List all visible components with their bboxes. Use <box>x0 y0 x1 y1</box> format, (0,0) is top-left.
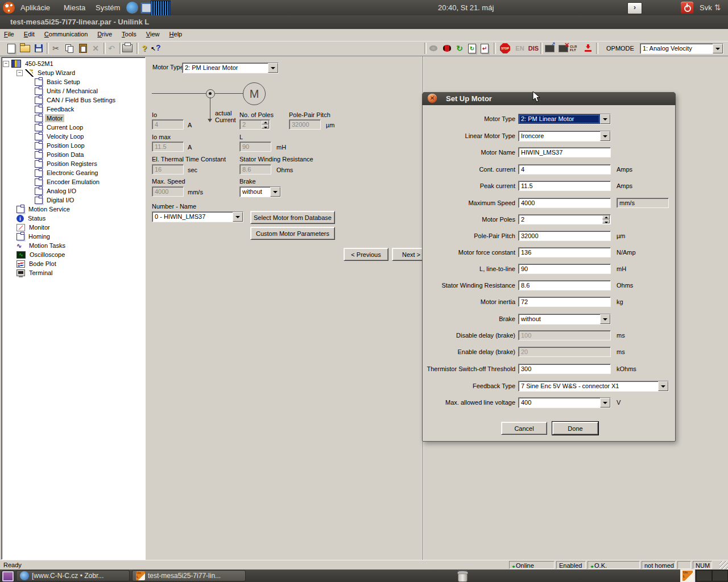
tree-item-motion-tasks[interactable]: ∿Motion Tasks <box>16 241 67 250</box>
tree-item-feedback[interactable]: Feedback <box>35 105 76 114</box>
open-file-button[interactable] <box>19 43 31 54</box>
maximum-speed-input[interactable]: 4000 <box>518 198 611 208</box>
display-switch-icon[interactable]: › <box>627 2 642 14</box>
chevron-down-icon[interactable] <box>270 187 280 197</box>
menu-drive[interactable]: Drive <box>93 29 116 41</box>
number-name-select[interactable]: 0 - HIWIN_LMS37 <box>152 211 243 222</box>
show-desktop-icon[interactable] <box>2 571 14 582</box>
help-button[interactable]: ? <box>139 43 150 54</box>
connect-button[interactable] <box>428 43 439 54</box>
done-button[interactable]: Done <box>552 422 598 435</box>
close-icon[interactable]: ✕ <box>428 94 437 103</box>
context-help-button[interactable]: ↖? <box>150 43 162 54</box>
menu-edit[interactable]: Edit <box>20 29 39 41</box>
motor-type-select[interactable]: 2: PM Linear Motor <box>182 63 279 73</box>
resize-grip[interactable] <box>719 561 728 569</box>
keyboard-layout-indicator[interactable]: Svk <box>700 0 712 15</box>
motor-poles-spinner[interactable] <box>602 215 610 223</box>
menu-file[interactable]: File <box>0 29 18 41</box>
updown-arrows-icon[interactable]: ⇅ <box>714 0 721 15</box>
tree-item-position-registers[interactable]: Position Registers <box>35 159 99 168</box>
chevron-down-icon[interactable] <box>600 314 610 324</box>
chevron-down-icon[interactable] <box>600 114 610 124</box>
shutdown-icon[interactable] <box>681 2 693 14</box>
max-line-voltage-select[interactable]: 400 <box>518 397 611 408</box>
motor-poles-input[interactable]: 2 <box>518 214 611 225</box>
cancel-button[interactable]: Cancel <box>501 422 547 435</box>
chip-upload-button[interactable] <box>544 43 555 54</box>
cut-button[interactable]: ✂ <box>50 43 61 54</box>
taskbar-browser-window[interactable]: [www.C-N-C.cz • Zobr... <box>16 570 130 581</box>
workspace-2[interactable] <box>712 570 728 581</box>
tree-item-terminal[interactable]: Terminal <box>16 268 55 277</box>
brake-select[interactable]: without <box>239 186 281 197</box>
tree-item-drive[interactable]: −450-52M1 <box>3 59 55 68</box>
menu-tools[interactable]: Tools <box>118 29 140 41</box>
tree-item-velocity-loop[interactable]: Velocity Loop <box>35 132 85 141</box>
stator-winding-resistance-input[interactable]: 8.6 <box>518 280 611 290</box>
dialog-titlebar[interactable]: ✕ Set Up Motor <box>422 92 676 105</box>
feedback-type-select[interactable]: 7 Sine Enc 5V W&S - connector X1 <box>518 381 669 392</box>
undo-button[interactable]: ↶ <box>106 43 117 54</box>
chevron-down-icon[interactable] <box>600 131 610 141</box>
motor-inertia-input[interactable]: 72 <box>518 297 611 307</box>
pole-pair-pitch-input[interactable]: 32000 <box>518 231 611 241</box>
cont-current-input[interactable]: 4 <box>518 164 611 174</box>
tree-item-setup-wizard[interactable]: −Setup Wizard <box>16 68 77 77</box>
thermistor-threshold-input[interactable]: 300 <box>518 364 611 374</box>
motor-name-input[interactable]: HIWIN_LMS37 <box>518 147 611 157</box>
workspace-1[interactable] <box>696 570 712 581</box>
download-to-drive-button[interactable] <box>582 43 594 54</box>
drive-button[interactable] <box>441 43 453 54</box>
disable-button[interactable]: DIS <box>526 43 541 54</box>
chevron-down-icon[interactable] <box>658 381 668 391</box>
chevron-down-icon[interactable] <box>713 44 723 53</box>
tree-item-digital-io[interactable]: Digital I/O <box>35 196 76 205</box>
trash-tray-icon[interactable] <box>458 571 468 582</box>
tree-item-oscilloscope[interactable]: ∿Oscilloscope <box>16 250 67 259</box>
panel-menu-applications[interactable]: Aplikácie <box>16 0 55 15</box>
collapse-icon[interactable]: − <box>3 61 9 67</box>
import-page-button[interactable]: ↵ <box>479 43 490 54</box>
new-file-button[interactable] <box>6 43 17 54</box>
print-button[interactable] <box>122 43 133 54</box>
save-file-button[interactable] <box>33 43 44 54</box>
taskbar-unilink-window[interactable]: UnLtest-mesa5i25-7i77-lin... <box>132 570 246 581</box>
unilink-tray-icon[interactable]: UnL <box>680 569 695 582</box>
collapse-icon[interactable]: − <box>16 70 23 76</box>
chevron-down-icon[interactable] <box>600 398 610 408</box>
motor-force-constant-input[interactable]: 136 <box>518 247 611 257</box>
clear-fault-button[interactable]: CLR FLT <box>570 43 582 54</box>
enable-button[interactable]: EN <box>513 43 527 54</box>
peak-current-input[interactable]: 11.5 <box>518 181 611 191</box>
chevron-down-icon[interactable] <box>268 63 278 73</box>
tree-item-analog-io[interactable]: Analog I/O <box>35 186 78 196</box>
tree-item-basic-setup[interactable]: Basic Setup <box>35 77 82 86</box>
menu-communication[interactable]: Communication <box>40 29 92 41</box>
chevron-down-icon[interactable] <box>233 212 243 222</box>
tree-item-position-loop[interactable]: Position Loop <box>35 141 86 150</box>
tree-item-bode-plot[interactable]: Bode Plot <box>16 259 58 268</box>
system-monitor-applet[interactable] <box>151 1 171 16</box>
tree-item-can-field-bus[interactable]: CAN / Field Bus Settings <box>35 95 117 105</box>
tree-item-motion-service[interactable]: Motion Service <box>16 205 72 214</box>
tree-item-electronic-gearing[interactable]: Electronic Gearing <box>35 168 100 177</box>
ubuntu-logo-icon[interactable] <box>3 2 15 14</box>
browser-launcher-icon[interactable] <box>126 2 138 14</box>
select-motor-database-button[interactable]: Select Motor from Database <box>250 211 335 224</box>
copy-button[interactable] <box>64 43 75 54</box>
paste-button[interactable] <box>77 43 89 54</box>
tree-item-encoder-emulation[interactable]: Encoder Emulation <box>35 177 101 186</box>
tree-item-status[interactable]: iStatus <box>16 214 47 223</box>
chip-clear-button[interactable] <box>557 43 569 54</box>
stop-button[interactable]: STOP <box>499 43 511 54</box>
previous-button[interactable]: < Previous <box>344 248 388 261</box>
l-line-to-line-input[interactable]: 90 <box>518 264 611 274</box>
delete-button[interactable]: ✕ <box>90 43 101 54</box>
tree-item-units-mechanical[interactable]: Units / Mechanical <box>35 86 100 95</box>
tree-item-current-loop[interactable]: Current Loop <box>35 123 85 132</box>
menu-view[interactable]: View <box>142 29 164 41</box>
panel-menu-places[interactable]: Miesta <box>59 0 90 15</box>
panel-clock[interactable]: 20:40, St 21. máj <box>438 0 494 15</box>
tree-item-position-data[interactable]: Position Data <box>35 150 85 159</box>
